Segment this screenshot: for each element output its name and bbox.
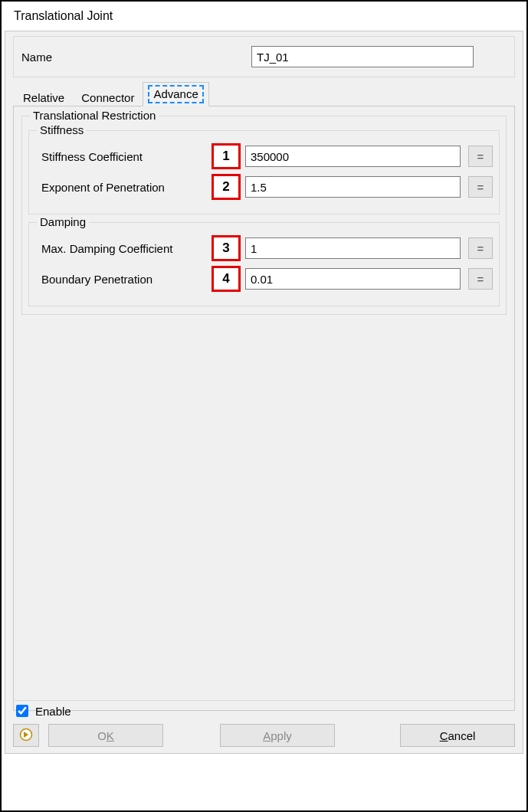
label-exponent-penetration: Exponent of Penetration: [35, 181, 212, 194]
pv-button-boundary-penetration[interactable]: =: [468, 268, 493, 290]
name-input[interactable]: [251, 46, 474, 67]
row-max-damping-coefficient: Max. Damping Coefficient 3 =: [35, 235, 493, 261]
tab-connector[interactable]: Connector: [73, 88, 143, 106]
label-stiffness-coefficient: Stiffness Coefficient: [35, 150, 212, 163]
row-exponent-penetration: Exponent of Penetration 2 =: [35, 174, 493, 200]
input-boundary-penetration[interactable]: [245, 268, 461, 290]
tab-relative[interactable]: Relative: [15, 88, 73, 106]
enable-checkbox[interactable]: [16, 705, 28, 717]
pv-button-exponent-penetration[interactable]: =: [468, 176, 493, 198]
ok-label: OK: [97, 729, 114, 742]
apply-label: Apply: [263, 729, 292, 742]
group-legend-restriction: Translational Restriction: [30, 109, 159, 122]
callout-4: 4: [212, 266, 241, 292]
pv-button-stiffness-coefficient[interactable]: =: [468, 146, 493, 167]
cancel-button[interactable]: Cancel: [400, 724, 515, 747]
input-exponent-penetration[interactable]: [245, 176, 461, 198]
name-label: Name: [21, 51, 251, 64]
bottom-area: Enable OK Apply: [13, 699, 515, 747]
apply-button: Apply: [220, 724, 335, 747]
input-max-damping-coefficient[interactable]: [245, 237, 461, 259]
tab-advance-label: Advance: [148, 85, 203, 103]
main-panel: Name Relative Connector Advance Translat…: [5, 31, 523, 754]
callout-2: 2: [212, 174, 241, 200]
group-stiffness: Stiffness Stiffness Coefficient 1 = Expo…: [28, 130, 500, 214]
row-stiffness-coefficient: Stiffness Coefficient 1 =: [35, 143, 493, 169]
dialog-title: Translational Joint: [5, 5, 523, 31]
group-translational-restriction: Translational Restriction Stiffness Stif…: [21, 116, 507, 315]
tab-advance[interactable]: Advance: [143, 82, 208, 106]
enable-label: Enable: [35, 705, 71, 718]
label-max-damping-coefficient: Max. Damping Coefficient: [35, 242, 212, 255]
group-damping: Damping Max. Damping Coefficient 3 = Bou…: [28, 222, 500, 306]
label-boundary-penetration: Boundary Penetration: [35, 273, 212, 286]
input-stiffness-coefficient[interactable]: [245, 146, 461, 167]
ok-button: OK: [48, 724, 163, 747]
tab-advance-body: Translational Restriction Stiffness Stif…: [13, 106, 515, 711]
enable-row: Enable: [13, 700, 515, 724]
dialog-translational-joint: Translational Joint Name Relative Connec…: [0, 0, 528, 812]
group-legend-damping: Damping: [37, 215, 89, 228]
help-icon: [19, 728, 33, 744]
callout-3: 3: [212, 235, 241, 261]
pv-button-max-damping[interactable]: =: [468, 237, 493, 259]
help-icon-button[interactable]: [13, 724, 39, 747]
group-legend-stiffness: Stiffness: [37, 123, 87, 136]
cancel-label: Cancel: [440, 729, 476, 742]
callout-1: 1: [212, 143, 241, 169]
name-row: Name: [13, 36, 515, 77]
tab-strip: Relative Connector Advance: [13, 82, 515, 106]
row-boundary-penetration: Boundary Penetration 4 =: [35, 266, 493, 292]
button-row: OK Apply Cancel: [13, 724, 515, 747]
